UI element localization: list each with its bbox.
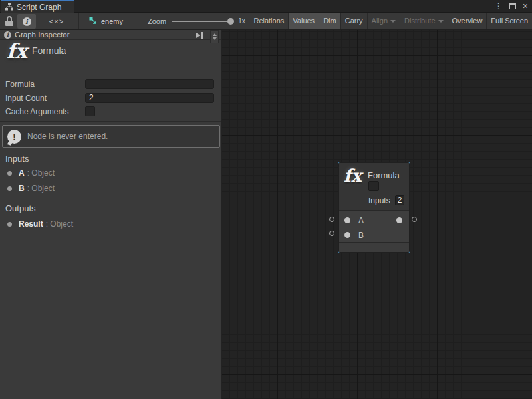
values-label: Values: [293, 13, 315, 29]
spinner-up-icon[interactable]: [213, 33, 217, 36]
zoom-slider[interactable]: [172, 17, 233, 25]
window-controls: ⋮ ×: [495, 0, 528, 13]
formula-unit-icon: fx: [7, 39, 27, 63]
distribute-button[interactable]: Distribute: [400, 13, 447, 29]
close-icon[interactable]: ×: [523, 0, 528, 13]
tab-label: Script Graph: [17, 3, 61, 12]
divider: [0, 198, 221, 198]
tab-script-graph[interactable]: Script Graph: [1, 0, 74, 13]
info-icon: i: [4, 31, 11, 39]
carry-button[interactable]: Carry: [340, 13, 367, 29]
inputs-section-title: Inputs: [5, 154, 29, 164]
dim-button[interactable]: Dim: [319, 13, 340, 29]
zoom-control: Zoom 1x: [148, 13, 245, 29]
zoom-label: Zoom: [148, 17, 166, 25]
spinner-down-icon[interactable]: [213, 37, 217, 40]
warning-text: Node is never entered.: [27, 132, 108, 141]
graph-hierarchy-icon: [5, 3, 13, 11]
output-port-result-icon[interactable]: [396, 217, 402, 223]
port-name: Result: [19, 219, 43, 229]
code-view-button[interactable]: <×>: [40, 14, 73, 29]
distribute-label: Distribute: [404, 13, 435, 29]
port-name: A: [19, 168, 25, 178]
input-port-a-label: A: [358, 216, 364, 225]
divider: [0, 74, 221, 74]
external-port-ring-b-icon[interactable]: [329, 231, 334, 236]
graph-reference-label: enemy: [101, 17, 123, 25]
port-bullet-icon: [7, 186, 12, 191]
carry-label: Carry: [345, 13, 363, 29]
input-port-b-label: B: [358, 231, 364, 240]
script-graph-asset-icon: [89, 17, 98, 25]
fx-icon: fx: [344, 166, 362, 186]
graph-inspector-header: i Graph Inspector: [0, 30, 221, 40]
toolbar-separator: [78, 13, 79, 29]
full-screen-label: Full Screen: [491, 13, 528, 29]
port-type: : Object: [46, 219, 73, 229]
align-button[interactable]: Align: [367, 13, 400, 29]
graph-inspector-title: Graph Inspector: [15, 30, 69, 40]
maximize-icon[interactable]: [509, 3, 516, 9]
dock-triangle: [196, 33, 200, 38]
title-bar: Script Graph ⋮ ×: [0, 0, 532, 13]
cache-arguments-checkbox[interactable]: [85, 106, 95, 116]
formula-node-header[interactable]: fx Formula Inputs 2: [339, 163, 409, 210]
port-bullet-icon: [7, 222, 12, 227]
port-bullet-icon: [7, 171, 12, 176]
formula-node-input[interactable]: [368, 181, 379, 191]
external-port-ring-a-icon[interactable]: [329, 217, 334, 222]
zoom-slider-handle[interactable]: [227, 18, 234, 25]
dock-panel-icon[interactable]: [196, 32, 204, 39]
inspector-toggle-button[interactable]: i: [17, 14, 36, 29]
warning-icon: !: [7, 130, 21, 144]
window-menu-icon[interactable]: ⋮: [495, 0, 503, 13]
chevron-down-icon: [390, 20, 396, 23]
input-port-b-icon[interactable]: [344, 232, 350, 238]
input-row-b: B : Object: [0, 184, 55, 193]
info-icon: i: [23, 17, 31, 26]
formula-node[interactable]: fx Formula Inputs 2 A B: [338, 162, 410, 253]
node-inputs-value[interactable]: 2: [395, 195, 404, 205]
relations-label: Relations: [253, 13, 284, 29]
formula-input[interactable]: [85, 79, 214, 89]
formula-field-label: Formula: [5, 80, 35, 89]
external-port-ring-result-icon[interactable]: [412, 217, 417, 222]
overview-label: Overview: [452, 13, 483, 29]
graph-inspector-panel: i Graph Inspector fx Formula Formula Inp…: [0, 30, 222, 399]
relations-button[interactable]: Relations: [249, 13, 288, 29]
dock-bar: [201, 32, 203, 39]
full-screen-button[interactable]: Full Screen: [486, 13, 532, 29]
overview-button[interactable]: Overview: [448, 13, 487, 29]
warning-box: ! Node is never entered.: [2, 125, 220, 148]
input-row-a: A : Object: [0, 168, 55, 178]
graph-toolbar: i <×> enemy Zoom 1x Relations Values Dim…: [0, 13, 532, 30]
lock-body: [5, 21, 13, 26]
output-row-result: Result : Object: [0, 219, 73, 229]
graph-reference[interactable]: enemy: [89, 13, 123, 29]
chevron-down-icon: [438, 20, 444, 23]
node-inputs-label: Inputs: [368, 196, 390, 205]
port-name: B: [19, 184, 25, 193]
outputs-section-title: Outputs: [5, 203, 36, 213]
values-button[interactable]: Values: [288, 13, 319, 29]
dim-label: Dim: [323, 13, 336, 29]
cache-arguments-label: Cache Arguments: [5, 107, 68, 116]
divider: [0, 235, 221, 235]
input-count-input[interactable]: 2: [85, 93, 214, 103]
zoom-value: 1x: [238, 17, 245, 25]
unit-title: Formula: [32, 45, 66, 56]
divider: [0, 121, 221, 122]
formula-node-footer: [339, 242, 409, 252]
formula-node-body: A B: [339, 210, 409, 242]
port-type: : Object: [27, 184, 55, 193]
zoom-slider-track: [172, 21, 233, 22]
align-label: Align: [372, 13, 388, 29]
lock-icon[interactable]: [5, 16, 13, 26]
port-type: : Object: [27, 168, 55, 178]
toolbar-buttons: Relations Values Dim Carry Align Distrib…: [249, 13, 532, 29]
panel-scroll-spinner[interactable]: [210, 30, 219, 43]
input-count-label: Input Count: [5, 94, 47, 103]
script-graph-window: Script Graph ⋮ × i <×> enemy Zoom: [0, 0, 532, 399]
input-port-a-icon[interactable]: [344, 217, 350, 223]
graph-canvas[interactable]: fx Formula Inputs 2 A B: [222, 30, 532, 399]
